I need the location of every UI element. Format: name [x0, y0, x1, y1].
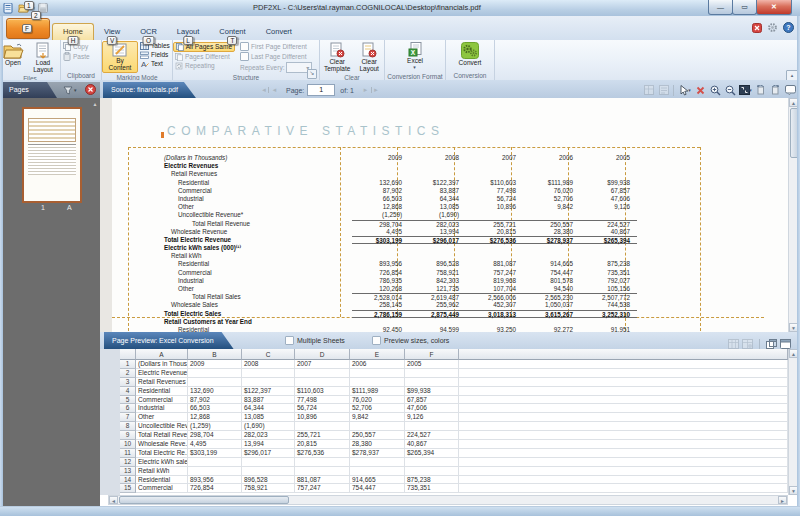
- source-tab[interactable]: Source: financials.pdf: [103, 82, 196, 98]
- thumbnails-tool-icon[interactable]: [642, 84, 655, 96]
- grid-row-number[interactable]: 6: [120, 404, 136, 413]
- paste-button[interactable]: Paste: [61, 52, 92, 61]
- grid-row-number[interactable]: 10: [120, 440, 136, 449]
- tab-home[interactable]: HomeH: [52, 23, 94, 40]
- next-page-button[interactable]: ►: [360, 87, 371, 93]
- tab-layout[interactable]: LayoutL: [167, 24, 210, 40]
- grid-cell: 132,690: [188, 387, 242, 396]
- first-page-button[interactable]: ◄: [260, 87, 269, 93]
- pages-scroll-up-icon[interactable]: ▲: [91, 100, 99, 109]
- previous-page-button[interactable]: ◄: [269, 87, 280, 93]
- close-document-icon[interactable]: [752, 19, 762, 37]
- excel-format-button[interactable]: X Excel ▾: [405, 41, 425, 72]
- grid-row-number[interactable]: 15: [120, 484, 136, 493]
- grid-cell: 47,606: [405, 404, 459, 413]
- tab-ocr[interactable]: OCRO: [130, 24, 167, 40]
- grid-row-number[interactable]: 7: [120, 413, 136, 422]
- checkbox-icon: [240, 52, 249, 61]
- paste-icon: [63, 52, 71, 61]
- minimize-button[interactable]: —: [708, 0, 733, 15]
- pages-filter-button[interactable]: ▾: [63, 86, 77, 95]
- structure-dialog-launcher[interactable]: ↘: [307, 69, 317, 79]
- delete-mark-icon[interactable]: [694, 84, 707, 96]
- last-page-different-checkbox[interactable]: Last Page Different: [238, 52, 314, 61]
- repeating-button[interactable]: Repeating: [173, 62, 235, 70]
- scroll-right-arrow[interactable]: ►: [778, 496, 787, 504]
- grid-cell: 758,921: [242, 484, 295, 493]
- pdf-page[interactable]: COMPARATIVE STATISTICS (Dollars in Thous…: [112, 98, 788, 332]
- multiple-sheets-checkbox[interactable]: Multiple Sheets: [285, 336, 345, 345]
- pages-panel-close-button[interactable]: [85, 81, 96, 99]
- grid-cell-filler: [459, 396, 788, 405]
- excel-dropdown-icon[interactable]: ▾: [413, 64, 416, 71]
- grid-row-number[interactable]: 12: [120, 458, 136, 467]
- grid-row-number[interactable]: 13: [120, 467, 136, 476]
- grid-cell: 914,665: [350, 476, 405, 485]
- grid-cell-filler: [459, 484, 788, 493]
- grid-row-number[interactable]: 11: [120, 449, 136, 458]
- grid-cell: Retail Revenues: [136, 378, 188, 387]
- maximize-button[interactable]: ▭: [732, 0, 757, 15]
- repeating-icon: [175, 62, 183, 70]
- close-button[interactable]: ✕: [756, 0, 792, 15]
- zoom-mode-icon[interactable]: ▾: [739, 84, 752, 96]
- settings-gear-icon[interactable]: [767, 19, 778, 37]
- page-number-input[interactable]: 1: [307, 84, 335, 96]
- grid-column-header-A[interactable]: A: [136, 349, 188, 360]
- grid-row-number[interactable]: 4: [120, 387, 136, 396]
- preview-tab[interactable]: Page Preview: Excel Conversion: [104, 332, 234, 349]
- pages-different-button[interactable]: Pages Different: [173, 53, 235, 61]
- open-folder-icon: [2, 42, 24, 59]
- grid-column-header-B[interactable]: B: [188, 349, 242, 360]
- grid-corner-cell[interactable]: [120, 349, 136, 360]
- pdf-table: (Dollars in Thousands) 20092008200720062…: [162, 154, 637, 332]
- grid-cell: $278,937: [350, 449, 405, 458]
- zoom-out-icon[interactable]: [724, 84, 737, 96]
- grid-column-header-F[interactable]: F: [405, 349, 459, 360]
- comments-panel-icon[interactable]: [784, 84, 797, 96]
- grid-column-header-E[interactable]: E: [350, 349, 405, 360]
- scroll-left-arrow[interactable]: ◄: [109, 496, 118, 504]
- grid-row-number[interactable]: 5: [120, 396, 136, 405]
- scroll-thumb[interactable]: [119, 496, 289, 504]
- help-icon[interactable]: ?: [783, 19, 794, 37]
- first-page-different-checkbox[interactable]: First Page Different: [238, 42, 314, 51]
- repeats-every-field[interactable]: Repeats Every: ▾: [238, 62, 314, 73]
- grid-column-header-D[interactable]: D: [295, 349, 350, 360]
- select-tool-icon[interactable]: ▾: [679, 84, 692, 96]
- tab-view[interactable]: ViewV: [94, 24, 130, 40]
- rotate-right-icon[interactable]: [769, 84, 782, 96]
- tab-convert[interactable]: Convert: [256, 24, 302, 40]
- grid-cell: $99,938: [405, 387, 459, 396]
- grid-horizontal-scrollbar[interactable]: ◄ ►: [108, 495, 788, 505]
- layout-tool-icon[interactable]: [657, 84, 670, 96]
- last-page-button[interactable]: ►: [371, 87, 380, 93]
- marking-guide-column[interactable]: [128, 147, 129, 331]
- grid-row-number[interactable]: 2: [120, 369, 136, 378]
- preview-sizes-checkbox[interactable]: Preview sizes, colors: [372, 336, 449, 345]
- tab-content[interactable]: ContentT: [209, 24, 255, 40]
- grid-row-number[interactable]: 1: [120, 360, 136, 369]
- all-pages-same-button[interactable]: All Pages Same: [173, 42, 235, 52]
- rotate-left-icon[interactable]: [754, 84, 767, 96]
- clear-layout-button[interactable]: Clear Layout: [354, 41, 384, 73]
- grid-row-number[interactable]: 8: [120, 422, 136, 431]
- grid-column-header-C[interactable]: C: [242, 349, 295, 360]
- document-view[interactable]: COMPARATIVE STATISTICS (Dollars in Thous…: [100, 98, 788, 332]
- load-layout-button[interactable]: Load Layout: [26, 41, 60, 74]
- open-button[interactable]: Open: [0, 41, 26, 67]
- fields-button[interactable]: Fields: [138, 51, 172, 59]
- by-content-button[interactable]: By Content: [102, 41, 138, 73]
- grid-row-number[interactable]: 14: [120, 476, 136, 485]
- marking-guide-right[interactable]: [700, 147, 701, 331]
- grid-row-number[interactable]: 9: [120, 431, 136, 440]
- text-button[interactable]: A Text: [138, 60, 172, 68]
- page-thumbnail[interactable]: [22, 107, 82, 203]
- grid-cell: [350, 458, 405, 467]
- marking-guide-top[interactable]: [128, 147, 700, 148]
- clear-template-button[interactable]: Clear Template: [320, 41, 354, 73]
- grid-row-number[interactable]: 3: [120, 378, 136, 387]
- convert-button[interactable]: Convert: [457, 41, 484, 67]
- zoom-in-icon[interactable]: [709, 84, 722, 96]
- pages-tab[interactable]: Pages: [3, 82, 57, 98]
